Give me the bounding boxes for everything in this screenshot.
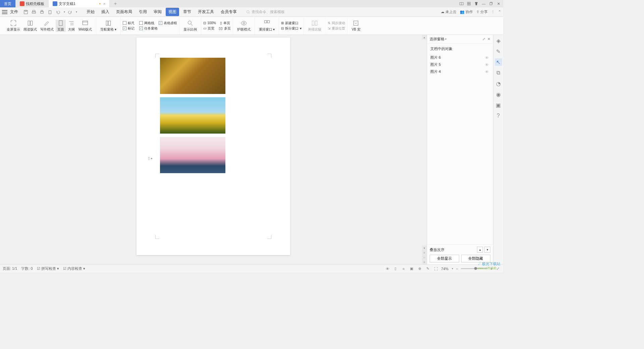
fullscreen-button[interactable]: 全屏显示 [5, 20, 21, 32]
document-image-3[interactable] [160, 137, 225, 173]
diamond-icon[interactable]: ◈ [495, 37, 502, 44]
tab-developer[interactable]: 开发工具 [195, 8, 217, 16]
view-outline-icon[interactable]: ≡ [401, 266, 406, 271]
help-icon[interactable]: ? [495, 112, 502, 119]
move-down-button[interactable]: ▾ [484, 247, 490, 253]
zoom-100-button[interactable]: ⊡ 100% ▯ 单页 [203, 21, 230, 26]
page-indicator-icon[interactable]: ▯ ▸ [148, 156, 153, 160]
collab-button[interactable]: 👥 协作 [460, 9, 473, 14]
new-tab-button[interactable]: ＋ [110, 0, 121, 7]
view-web-icon[interactable]: ⊕ [417, 266, 422, 271]
more-icon[interactable]: ⋮ [491, 10, 495, 14]
document-canvas[interactable]: ▯ ▸ ▴ ▾ ≡ ○ ≡ [0, 35, 427, 264]
panel-title-dropdown-icon[interactable]: ▾ [445, 38, 446, 41]
tab-home[interactable]: 首页 [0, 0, 16, 7]
zoom-fit-icon[interactable]: ⛶ [433, 266, 438, 271]
chain-icon[interactable]: ⧉ [495, 69, 502, 77]
scroll-down-icon[interactable]: ▾ [422, 246, 427, 250]
scroll-next-icon[interactable]: ≡ [422, 260, 427, 264]
tab-close-icon[interactable]: × [103, 2, 105, 6]
move-up-button[interactable]: ▴ [477, 247, 483, 253]
word-count[interactable]: 字数: 0 [21, 266, 33, 271]
close-button[interactable]: ✕ [495, 1, 502, 7]
pagewidth-button[interactable]: ▭ 页宽 ▯▯ 多页 [203, 26, 230, 31]
redo-dropdown-icon[interactable]: ▾ [76, 10, 77, 13]
view-page-icon[interactable]: ▯ [393, 266, 398, 271]
tab-pagelayout[interactable]: 页面布局 [113, 8, 135, 16]
visibility-icon[interactable]: 👁 [485, 63, 490, 67]
vertical-scrollbar[interactable]: ▴ ▾ ≡ ○ ≡ [422, 35, 427, 264]
tab-review[interactable]: 审阅 [151, 8, 164, 16]
tab-templates[interactable]: 找稻壳模板 [16, 0, 49, 7]
zoom-value[interactable]: 74% [441, 267, 448, 271]
navpane-button[interactable]: 导航窗格 ▾ [99, 20, 118, 32]
search-box[interactable]: 查找命令、搜索模板 [246, 9, 285, 14]
visibility-icon[interactable]: 👁 [485, 56, 490, 60]
share-button[interactable]: ⇧ 分享 [476, 9, 488, 14]
hamburger-icon[interactable] [2, 10, 7, 14]
maximize-button[interactable] [488, 1, 494, 7]
web-layout-button[interactable]: Web版式 [77, 20, 93, 32]
list-item[interactable]: 图片 5👁 [427, 61, 493, 68]
page-counter[interactable]: 页面: 1/1 [3, 266, 17, 271]
grid-icon[interactable] [466, 1, 472, 7]
minimize-button[interactable]: — [480, 1, 487, 7]
redo-icon[interactable] [67, 9, 73, 15]
tableframe-checkbox[interactable] [159, 21, 162, 25]
tab-member[interactable]: 会员专享 [218, 8, 239, 16]
file-menu[interactable]: 文件 [10, 9, 18, 15]
ruler-checkbox[interactable] [123, 21, 126, 25]
gridlines-checkbox[interactable] [139, 21, 143, 25]
read-layout-button[interactable]: 阅读版式 [22, 20, 38, 32]
collapse-ribbon-icon[interactable]: ⌃ [498, 10, 501, 14]
tab-sections[interactable]: 章节 [180, 8, 194, 16]
show-all-button[interactable]: 全部显示 [430, 255, 459, 262]
markup-checkbox[interactable] [123, 27, 126, 30]
document-image-1[interactable] [160, 58, 225, 94]
panel-close-icon[interactable]: ✕ [487, 37, 490, 41]
taskpane-checkbox[interactable] [139, 27, 143, 30]
location-icon[interactable]: ◉ [495, 91, 502, 98]
pen-icon[interactable]: ✎ [495, 48, 502, 55]
undo-dropdown-icon[interactable]: ▾ [64, 10, 65, 13]
tab-view[interactable]: 视图 [166, 8, 179, 16]
view-edit-icon[interactable]: ✎ [425, 266, 430, 271]
list-item[interactable]: 图片 6👁 [427, 54, 493, 61]
arrange-window-button[interactable]: 重排窗口 ▾ [258, 20, 276, 32]
list-item[interactable]: 图片 4👁 [427, 68, 493, 75]
cursor-icon[interactable]: ↖ [495, 58, 502, 66]
undo-icon[interactable] [55, 9, 61, 15]
pin-icon[interactable]: ⤢ [482, 37, 485, 41]
print-icon[interactable] [39, 9, 45, 15]
split-window-button[interactable]: ⊟ 拆分窗口 ▾ [281, 26, 302, 31]
tab-insert[interactable]: 插入 [99, 8, 112, 16]
scroll-up-icon[interactable]: ▴ [422, 35, 427, 40]
book-icon[interactable]: ▣ [495, 101, 502, 109]
scroll-circle-icon[interactable]: ○ [422, 255, 427, 260]
new-window-button[interactable]: ⊞ 新建窗口 [281, 21, 302, 26]
outline-button[interactable]: 大纲 [66, 20, 76, 32]
scroll-prev-icon[interactable]: ≡ [422, 250, 427, 255]
document-image-2[interactable] [160, 97, 225, 134]
tab-references[interactable]: 引用 [136, 8, 150, 16]
layout-icon[interactable] [458, 1, 465, 7]
save-icon[interactable] [23, 9, 29, 15]
spellcheck-toggle[interactable]: ☑ 拼写检查 ▾ [37, 266, 59, 271]
vb-macro-button[interactable]: VB 宏 [350, 20, 362, 32]
eye-mode-icon[interactable]: 👁 [385, 266, 390, 271]
zoom-button[interactable]: 显示比例 [182, 20, 198, 32]
eyecare-button[interactable]: 护眼模式 [236, 20, 252, 32]
clock-icon[interactable]: ◔ [495, 80, 502, 87]
skin-icon[interactable] [473, 1, 480, 7]
contentcheck-toggle[interactable]: ☑ 内容检查 ▾ [63, 266, 85, 271]
zoom-out-button[interactable]: − [456, 267, 458, 271]
paste-icon[interactable] [47, 9, 53, 15]
visibility-icon[interactable]: 👁 [485, 70, 490, 74]
page-view-button[interactable]: 页面 [56, 20, 66, 32]
write-mode-button[interactable]: 写作模式 [39, 20, 55, 32]
tab-start[interactable]: 开始 [84, 8, 97, 16]
view-read-icon[interactable]: ▣ [409, 266, 414, 271]
cloud-status[interactable]: ☁ 未上云 [441, 9, 457, 14]
tab-document[interactable]: 文字文稿1 • × [49, 0, 110, 7]
print-preview-icon[interactable] [31, 9, 37, 15]
